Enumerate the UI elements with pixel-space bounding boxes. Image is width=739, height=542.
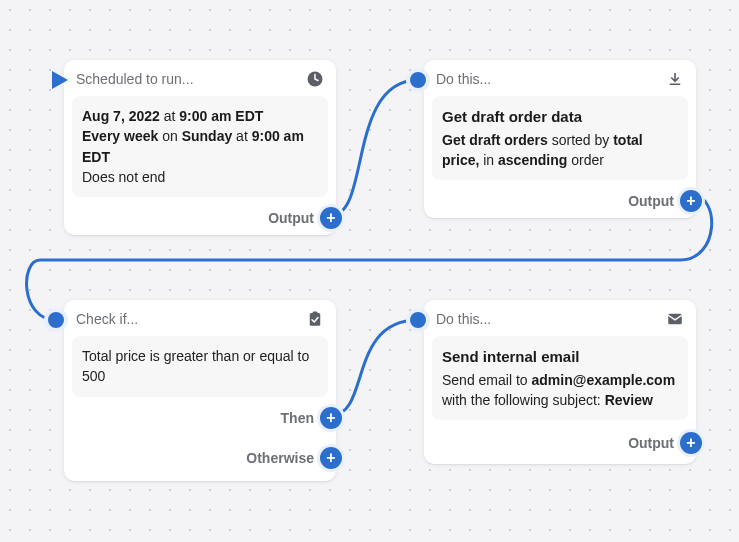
add-output-button[interactable]: + (680, 432, 702, 454)
clipboard-check-icon (306, 310, 324, 328)
add-otherwise-button[interactable]: + (320, 447, 342, 469)
clock-icon (306, 70, 324, 88)
output-label: Output (628, 435, 674, 451)
action-header: Do this... (436, 311, 666, 327)
input-port[interactable] (48, 312, 64, 328)
trigger-node[interactable]: Scheduled to run... Aug 7, 2022 at 9:00 … (64, 60, 336, 235)
output-label: Output (628, 193, 674, 209)
add-output-button[interactable]: + (680, 190, 702, 212)
email-icon (666, 310, 684, 328)
action1-body: Get draft order data Get draft orders so… (432, 96, 688, 180)
download-icon (666, 70, 684, 88)
then-label: Then (281, 410, 314, 426)
trigger-body: Aug 7, 2022 at 9:00 am EDT Every week on… (72, 96, 328, 197)
trigger-header: Scheduled to run... (76, 71, 306, 87)
add-output-button[interactable]: + (320, 207, 342, 229)
add-then-button[interactable]: + (320, 407, 342, 429)
input-port[interactable] (410, 312, 426, 328)
input-port[interactable] (410, 72, 426, 88)
output-label: Output (268, 210, 314, 226)
condition-node[interactable]: Check if... Total price is greater than … (64, 300, 336, 481)
play-start-icon (52, 71, 68, 89)
action-get-draft-order-node[interactable]: Do this... Get draft order data Get draf… (424, 60, 696, 218)
svg-rect-2 (313, 312, 318, 315)
condition-body: Total price is greater than or equal to … (72, 336, 328, 397)
action-send-email-node[interactable]: Do this... Send internal email Send emai… (424, 300, 696, 464)
otherwise-label: Otherwise (246, 450, 314, 466)
action-header: Do this... (436, 71, 666, 87)
action2-body: Send internal email Send email to admin@… (432, 336, 688, 420)
svg-rect-1 (310, 313, 321, 326)
condition-header: Check if... (76, 311, 306, 327)
